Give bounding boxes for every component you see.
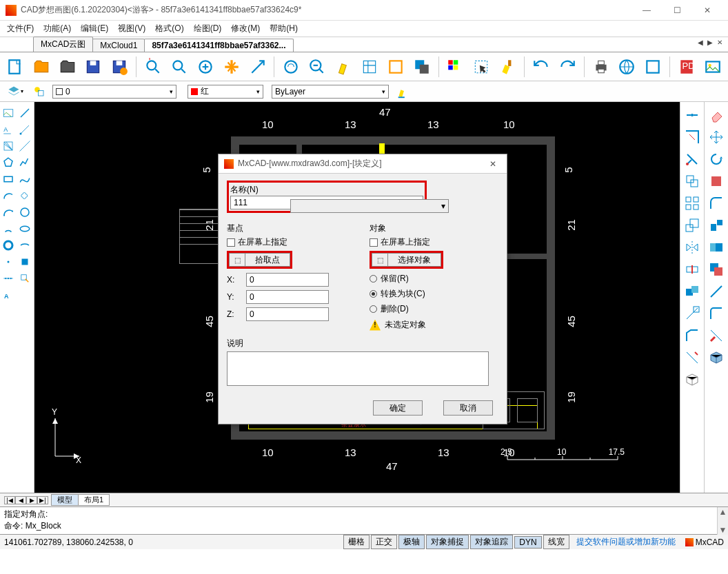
arc-tool-icon[interactable] <box>0 187 17 204</box>
tab-next-icon[interactable]: ▶ <box>706 39 714 46</box>
z-input[interactable] <box>246 307 329 321</box>
status-feedback-link[interactable]: 提交软件问题或增加新功能 <box>576 536 676 548</box>
divide-tool-icon[interactable] <box>0 270 17 287</box>
arrange-icon[interactable] <box>706 259 727 280</box>
menu-edit[interactable]: 编辑(E) <box>81 23 108 34</box>
color-select[interactable]: 红 ▾ <box>188 85 263 99</box>
fillet-icon[interactable] <box>706 193 727 214</box>
tab-close-icon[interactable]: ✕ <box>716 39 724 46</box>
revcloud-tool-icon[interactable] <box>17 187 33 204</box>
line-tool-icon[interactable] <box>17 105 33 121</box>
radio-keep[interactable]: 保留(R) <box>370 273 498 285</box>
menu-modify[interactable]: 修改(M) <box>231 23 260 34</box>
undo-button[interactable] <box>530 56 552 78</box>
mirror-icon[interactable] <box>682 237 702 258</box>
trim-icon[interactable] <box>682 149 702 170</box>
info-button[interactable] <box>642 56 664 78</box>
menu-help[interactable]: 帮助(H) <box>270 23 298 34</box>
circle-tool-icon[interactable] <box>17 204 33 221</box>
spline-tool-icon[interactable] <box>17 171 33 187</box>
status-polar[interactable]: 极轴 <box>398 535 425 549</box>
donut-tool-icon[interactable] <box>0 237 17 254</box>
fillet-corner-icon[interactable] <box>706 303 727 324</box>
tab-prev-icon[interactable]: ◀ <box>696 39 705 46</box>
brush-button[interactable] <box>496 56 518 78</box>
layer-select[interactable]: 0 ▾ <box>52 85 176 99</box>
scale-icon[interactable] <box>682 215 702 236</box>
status-lineweight[interactable]: 线宽 <box>543 535 569 549</box>
status-osnap[interactable]: 对象捕捉 <box>426 535 469 549</box>
layout-next-icon[interactable]: ▶ <box>26 496 37 504</box>
linetype-edit-icon[interactable] <box>393 84 414 99</box>
y-input[interactable] <box>246 290 329 304</box>
array-path-icon[interactable] <box>706 325 727 346</box>
polyline-tool-icon[interactable] <box>17 154 33 171</box>
join-icon[interactable] <box>706 237 727 258</box>
snap-mid-icon[interactable] <box>682 127 702 147</box>
redo-button[interactable] <box>556 56 578 78</box>
close-button[interactable]: ✕ <box>692 1 722 20</box>
ellipse-tool-icon[interactable] <box>17 221 33 237</box>
tab-mxcloud1[interactable]: MxCloud1 <box>92 39 145 52</box>
break-icon[interactable] <box>682 259 702 280</box>
layout-prev-icon[interactable]: ◀ <box>15 496 26 504</box>
tab-model[interactable]: 模型 <box>51 494 79 506</box>
offset-icon[interactable] <box>682 281 702 302</box>
open-file-button[interactable] <box>57 56 79 78</box>
image-tool-icon[interactable] <box>0 105 17 121</box>
rectangle-tool-icon[interactable] <box>0 171 17 187</box>
pan-button[interactable] <box>221 56 243 78</box>
save-as-button[interactable] <box>108 56 130 78</box>
select-objects-button[interactable]: ⬚ 选择对象 <box>370 251 443 269</box>
hatch-tool-icon[interactable] <box>0 138 17 154</box>
command-area[interactable]: 指定对角点: 命令: Mx_Block ▲▼ <box>0 506 728 534</box>
point-tool-icon[interactable] <box>0 254 17 270</box>
copy-icon[interactable] <box>682 171 702 192</box>
menu-format[interactable]: 格式(O) <box>155 23 183 34</box>
base-onscreen-check[interactable]: 在屏幕上指定 <box>227 236 356 248</box>
minimize-button[interactable]: — <box>631 1 662 20</box>
tab-layout1[interactable]: 布局1 <box>78 494 110 506</box>
zoom-window-button[interactable]: + <box>142 56 164 78</box>
rotate-icon[interactable] <box>706 149 727 170</box>
menu-function[interactable]: 功能(A) <box>43 23 71 34</box>
radio-delete[interactable]: 删除(D) <box>370 303 498 315</box>
text-tool-icon[interactable]: A <box>0 121 17 138</box>
arc3p-tool-icon[interactable] <box>0 204 17 221</box>
box3d-icon[interactable] <box>682 369 702 390</box>
desc-textarea[interactable] <box>227 351 489 386</box>
status-grid[interactable]: 栅格 <box>343 535 370 549</box>
layer-state-icon[interactable] <box>30 84 48 99</box>
polygon-tool-icon[interactable] <box>0 154 17 171</box>
ok-button[interactable]: 确定 <box>373 400 423 416</box>
zoom-out-button[interactable] <box>306 56 328 78</box>
zoom-in-button[interactable] <box>194 56 216 78</box>
zoom-scale-button[interactable] <box>247 56 269 78</box>
rect-array-icon[interactable] <box>682 193 702 214</box>
insert-block-tool-icon[interactable] <box>17 270 33 287</box>
maximize-button[interactable]: ☐ <box>662 1 692 20</box>
color-palette-button[interactable] <box>445 56 467 78</box>
image-button[interactable] <box>702 56 724 78</box>
ellipse-arc-tool-icon[interactable] <box>17 237 33 254</box>
arc-center-tool-icon[interactable] <box>0 221 17 237</box>
name-dropdown-icon[interactable]: ▾ <box>290 199 449 213</box>
obj-onscreen-check[interactable]: 在屏幕上指定 <box>370 236 498 248</box>
menu-file[interactable]: 文件(F) <box>7 23 34 34</box>
zoom-extents-button[interactable] <box>168 56 190 78</box>
layout-first-icon[interactable]: |◀ <box>4 496 15 504</box>
regen-button[interactable] <box>280 56 302 78</box>
cmd-scrollbar[interactable]: ▲▼ <box>717 507 728 535</box>
align-icon[interactable] <box>682 347 702 368</box>
explode-icon[interactable] <box>706 215 727 236</box>
print-button[interactable] <box>590 56 612 78</box>
layout-last-icon[interactable]: ▶| <box>37 496 48 504</box>
block-tool-icon[interactable] <box>17 254 33 270</box>
x-input[interactable] <box>246 273 329 287</box>
layers-button[interactable] <box>385 56 407 78</box>
ray-tool-icon[interactable] <box>17 121 33 138</box>
status-dyn[interactable]: DYN <box>514 536 541 549</box>
stretch-icon[interactable] <box>706 171 727 192</box>
erase-icon[interactable] <box>706 105 727 125</box>
properties-button[interactable] <box>358 56 381 78</box>
